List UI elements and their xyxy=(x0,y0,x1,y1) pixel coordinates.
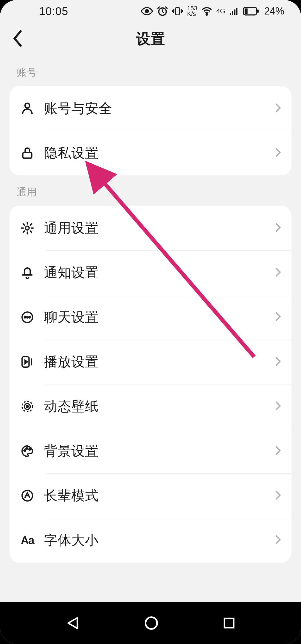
row-playback-settings[interactable]: 播放设置 xyxy=(9,340,292,384)
card-account: 账号与安全 隐私设置 xyxy=(9,86,292,175)
row-label: 背景设置 xyxy=(44,442,274,460)
svg-point-23 xyxy=(24,450,25,451)
signal-icon xyxy=(229,6,239,16)
card-general: 通用设置 通知设置 聊天设置 播放设置 xyxy=(9,206,292,563)
row-label: 聊天设置 xyxy=(44,308,274,326)
chevron-right-icon xyxy=(274,222,282,234)
svg-point-28 xyxy=(145,617,157,629)
svg-point-11 xyxy=(25,103,30,108)
chat-icon xyxy=(19,310,36,324)
status-icons: 153 K/s 4G 24% xyxy=(141,5,284,17)
chevron-right-icon xyxy=(274,490,282,502)
lock-icon xyxy=(19,146,36,160)
svg-rect-9 xyxy=(245,8,248,14)
svg-rect-7 xyxy=(236,8,237,15)
row-label: 隐私设置 xyxy=(44,144,274,162)
chevron-right-icon xyxy=(274,102,282,115)
row-live-wallpaper[interactable]: 动态壁纸 xyxy=(9,384,292,429)
nav-recent-button[interactable] xyxy=(222,616,236,630)
row-label: 字体大小 xyxy=(44,531,274,549)
page-title: 设置 xyxy=(8,29,293,49)
network-type-label: 4G xyxy=(216,7,225,15)
network-speed: 153 K/s xyxy=(187,6,197,17)
row-privacy-settings[interactable]: 隐私设置 xyxy=(9,131,292,175)
row-background-settings[interactable]: 背景设置 xyxy=(9,429,292,473)
device-frame: 10:05 153 K/s 4G 24% 设置 xyxy=(0,0,301,644)
back-button[interactable] xyxy=(11,29,24,49)
section-label-general: 通用 xyxy=(0,175,301,206)
chevron-right-icon xyxy=(274,534,282,546)
status-bar: 10:05 153 K/s 4G 24% xyxy=(0,0,301,22)
svg-rect-12 xyxy=(23,152,32,158)
svg-rect-4 xyxy=(230,13,231,15)
chevron-right-icon xyxy=(274,311,282,323)
svg-point-15 xyxy=(24,317,26,318)
svg-point-16 xyxy=(27,317,28,318)
row-label: 通知设置 xyxy=(44,264,274,282)
svg-rect-5 xyxy=(232,11,233,15)
row-elder-mode[interactable]: 长辈模式 xyxy=(9,473,292,518)
play-icon xyxy=(19,355,36,369)
svg-point-22 xyxy=(26,405,28,408)
chevron-right-icon xyxy=(274,400,282,413)
section-label-account: 账号 xyxy=(0,56,301,86)
row-chat-settings[interactable]: 聊天设置 xyxy=(9,295,292,340)
gear-icon xyxy=(19,221,36,235)
row-account-security[interactable]: 账号与安全 xyxy=(9,86,292,131)
target-icon xyxy=(19,400,36,413)
svg-rect-6 xyxy=(234,9,236,15)
palette-icon xyxy=(19,444,36,458)
font-size-icon: Aa xyxy=(19,534,36,547)
system-nav-bar xyxy=(0,602,301,644)
svg-point-0 xyxy=(145,10,149,13)
person-icon xyxy=(19,101,36,115)
nav-home-button[interactable] xyxy=(144,615,159,631)
content-fade xyxy=(0,600,301,602)
bell-icon xyxy=(19,266,36,280)
row-general-settings[interactable]: 通用设置 xyxy=(9,206,292,250)
eye-icon xyxy=(141,5,153,17)
chevron-right-icon xyxy=(274,147,282,159)
row-label: 通用设置 xyxy=(44,219,274,237)
svg-rect-29 xyxy=(224,618,234,628)
wifi-icon xyxy=(201,6,212,17)
battery-icon xyxy=(243,6,259,16)
svg-marker-19 xyxy=(25,360,27,364)
svg-point-24 xyxy=(26,448,27,449)
battery-percent: 24% xyxy=(264,5,284,17)
svg-point-13 xyxy=(25,226,29,230)
status-time: 10:05 xyxy=(39,5,68,18)
accessibility-icon xyxy=(19,489,36,503)
nav-back-button[interactable] xyxy=(65,615,81,631)
chevron-right-icon xyxy=(274,356,282,368)
svg-marker-27 xyxy=(68,618,77,628)
alarm-icon xyxy=(157,6,168,17)
vibrate-icon xyxy=(172,6,183,17)
row-label: 动态壁纸 xyxy=(44,398,274,415)
row-font-size[interactable]: Aa 字体大小 xyxy=(9,518,292,563)
app-header: 设置 xyxy=(0,22,301,56)
row-label: 长辈模式 xyxy=(44,487,274,505)
svg-rect-2 xyxy=(176,8,179,15)
chevron-right-icon xyxy=(274,445,282,457)
row-label: 播放设置 xyxy=(44,353,274,371)
svg-point-17 xyxy=(29,317,30,318)
svg-rect-10 xyxy=(257,9,259,13)
row-notification-settings[interactable]: 通知设置 xyxy=(9,250,292,295)
chevron-left-icon xyxy=(11,29,24,48)
row-label: 账号与安全 xyxy=(44,100,274,117)
svg-point-25 xyxy=(29,449,30,450)
svg-point-3 xyxy=(206,14,207,15)
chevron-right-icon xyxy=(274,267,282,279)
